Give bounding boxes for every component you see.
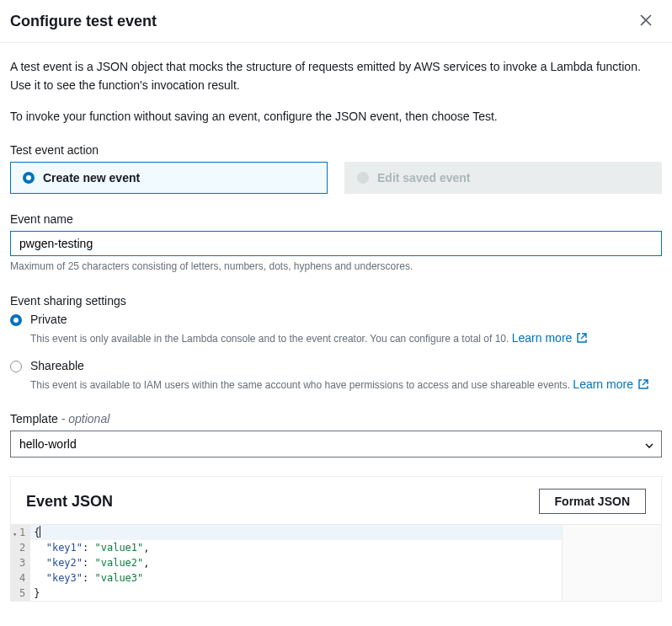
radio-selected-icon xyxy=(10,314,22,326)
format-json-button[interactable]: Format JSON xyxy=(539,489,646,514)
event-json-panel: Event JSON Format JSON 1▾ 2 3 4 5 { "key… xyxy=(10,476,662,602)
template-label: Template - optional xyxy=(10,412,662,425)
edit-saved-event-label: Edit saved event xyxy=(377,171,471,185)
test-event-action-label: Test event action xyxy=(10,143,662,157)
edit-saved-event-option: Edit saved event xyxy=(344,162,662,194)
sharing-shareable-option[interactable]: Shareable xyxy=(10,359,662,372)
learn-more-shareable-link[interactable]: Learn more xyxy=(573,377,648,391)
event-sharing-label: Event sharing settings xyxy=(10,294,662,308)
sharing-shareable-label: Shareable xyxy=(30,359,84,372)
template-select[interactable]: hello-world xyxy=(10,431,662,457)
learn-more-private-link[interactable]: Learn more xyxy=(512,331,587,345)
sharing-private-option[interactable]: Private xyxy=(10,313,662,326)
sharing-private-label: Private xyxy=(30,313,67,326)
create-new-event-option[interactable]: Create new event xyxy=(10,162,328,194)
create-new-event-label: Create new event xyxy=(43,171,140,185)
test-event-action-group: Create new event Edit saved event xyxy=(10,162,662,194)
fold-icon: ▾ xyxy=(13,527,17,542)
event-json-title: Event JSON xyxy=(26,493,113,511)
dialog-title: Configure test event xyxy=(10,13,157,30)
radio-disabled-icon xyxy=(357,172,369,184)
radio-unselected-icon xyxy=(10,361,22,372)
event-name-hint: Maximum of 25 characters consisting of l… xyxy=(10,260,662,272)
json-editor[interactable]: 1▾ 2 3 4 5 { "key1": "value1", "key2": "… xyxy=(11,524,661,601)
close-icon[interactable] xyxy=(637,12,655,30)
template-optional-tag: - optional xyxy=(61,412,110,425)
text-cursor xyxy=(40,526,40,538)
template-label-text: Template xyxy=(10,412,58,425)
intro-text: A test event is a JSON object that mocks… xyxy=(10,58,662,94)
editor-minimap xyxy=(562,525,661,601)
external-link-icon xyxy=(638,377,648,387)
editor-gutter: 1▾ 2 3 4 5 xyxy=(11,525,30,601)
dialog-header: Configure test event xyxy=(0,0,672,43)
event-name-input[interactable] xyxy=(10,231,662,256)
event-name-label: Event name xyxy=(10,212,662,226)
radio-selected-icon xyxy=(23,172,35,184)
external-link-icon xyxy=(577,330,587,340)
sharing-shareable-desc-text: This event is available to IAM users wit… xyxy=(30,379,570,391)
sharing-shareable-desc: This event is available to IAM users wit… xyxy=(30,376,662,393)
subintro-text: To invoke your function without saving a… xyxy=(10,108,662,126)
sharing-private-desc-text: This event is only available in the Lamb… xyxy=(30,333,509,345)
editor-code-area[interactable]: { "key1": "value1", "key2": "value2", "k… xyxy=(30,525,562,601)
sharing-private-desc: This event is only available in the Lamb… xyxy=(30,329,662,347)
